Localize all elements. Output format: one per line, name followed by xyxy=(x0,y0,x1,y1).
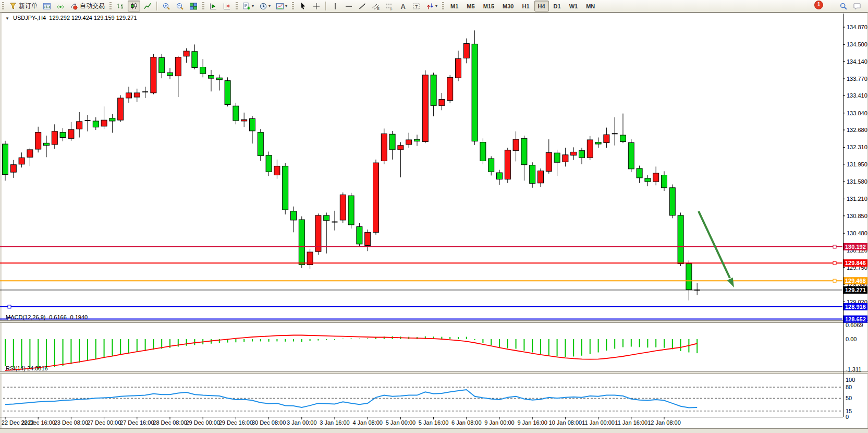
autotrading-label: 自动交易 xyxy=(80,2,105,10)
price-tick-label: 133.770 xyxy=(847,76,867,82)
line-handle[interactable] xyxy=(833,279,836,282)
time-tick-label: 11 Jan 16:00 xyxy=(615,419,647,426)
timeframe-h4-button[interactable]: H4 xyxy=(534,1,549,11)
candle xyxy=(184,51,189,56)
chart-shift-icon xyxy=(223,2,231,10)
candle xyxy=(44,143,50,146)
periods-button[interactable]: ▾ xyxy=(257,1,273,11)
candle xyxy=(431,75,436,106)
crosshair-button[interactable] xyxy=(310,1,323,11)
chart-canvas[interactable]: 134.870134.500134.140133.770133.410133.0… xyxy=(0,13,868,433)
dropdown-caret-icon[interactable]: ▾ xyxy=(268,4,271,8)
timeframe-m30-button[interactable]: M30 xyxy=(499,1,517,11)
autotrading-icon xyxy=(70,2,78,10)
candle xyxy=(192,52,198,68)
candle xyxy=(258,133,263,156)
dropdown-caret-icon[interactable]: ▾ xyxy=(285,4,287,8)
time-tick-label: 12 Jan 08:00 xyxy=(647,419,681,426)
bar-chart-button[interactable] xyxy=(114,1,127,11)
charts-window-button[interactable] xyxy=(41,1,53,11)
time-tick-label: 5 Jan 16:00 xyxy=(419,419,449,426)
line-chart-button[interactable] xyxy=(141,1,154,11)
price-badge-label: 128.652 xyxy=(845,316,866,322)
fibonacci-button[interactable]: F xyxy=(383,1,396,11)
zoom-in-button[interactable] xyxy=(160,1,173,11)
candle xyxy=(250,119,255,131)
bar-chart-icon xyxy=(116,2,125,10)
timeframe-m5-button[interactable]: M5 xyxy=(463,1,478,11)
indicators-button[interactable]: ▾ xyxy=(240,1,256,11)
comments-button[interactable] xyxy=(851,1,863,11)
candle xyxy=(175,57,181,76)
chevron-down-icon[interactable]: ▼ xyxy=(5,16,9,21)
zoom-out-button[interactable] xyxy=(174,1,186,11)
line-handle[interactable] xyxy=(833,261,836,264)
candle xyxy=(266,155,272,172)
chart-symbol-period: USDJPY-,H4 xyxy=(13,15,46,21)
candle xyxy=(669,188,675,215)
candle xyxy=(340,195,346,220)
equidistant-channel-button[interactable]: E xyxy=(370,1,382,11)
text-button[interactable]: A xyxy=(397,1,409,11)
candle xyxy=(645,178,651,182)
candle xyxy=(538,171,544,183)
candle xyxy=(365,232,371,245)
line-handle[interactable] xyxy=(833,245,836,248)
price-tick-label: 131.950 xyxy=(847,161,867,167)
vertical-line-button[interactable] xyxy=(329,1,341,11)
candle xyxy=(52,131,57,145)
dropdown-caret-icon[interactable]: ▾ xyxy=(252,4,254,8)
time-tick-label: 11 Jan 00:00 xyxy=(582,419,615,426)
arrows-button[interactable]: ▾ xyxy=(424,1,439,11)
candle xyxy=(216,78,222,80)
timeframe-w1-button[interactable]: W1 xyxy=(566,1,582,11)
candle xyxy=(291,211,297,220)
timeframe-h1-button[interactable]: H1 xyxy=(518,1,533,11)
notification-badge[interactable]: 1 xyxy=(814,1,823,9)
timeframe-d1-button[interactable]: D1 xyxy=(550,1,565,11)
toolbar-grip xyxy=(2,2,4,10)
timeframe-m15-button[interactable]: M15 xyxy=(480,1,498,11)
candle xyxy=(398,146,404,150)
cursor-button[interactable] xyxy=(297,1,309,11)
price-tick-label: 133.040 xyxy=(847,110,867,116)
line-handle[interactable] xyxy=(8,305,11,308)
text-label-button[interactable]: T xyxy=(410,1,423,11)
chart-title[interactable]: ▼ USDJPY-,H4 129.292 129.424 129.159 129… xyxy=(5,15,137,21)
candle xyxy=(324,215,329,221)
candle xyxy=(241,119,247,121)
timeframe-m1-button[interactable]: M1 xyxy=(447,1,462,11)
new-order-button[interactable]: 新订单 xyxy=(7,1,40,11)
candle xyxy=(414,139,420,141)
price-badge-label: 130.192 xyxy=(845,244,866,250)
candle xyxy=(653,173,659,182)
price-tick-label: 134.140 xyxy=(847,58,867,65)
time-tick-label: 22 Dec 16:00 xyxy=(21,419,55,426)
auto-scroll-button[interactable] xyxy=(207,1,219,11)
price-tick-label: 134.500 xyxy=(847,41,867,47)
candle xyxy=(381,134,387,161)
candle xyxy=(497,173,503,179)
trendline-button[interactable] xyxy=(356,1,369,11)
tile-windows-button[interactable] xyxy=(187,1,200,11)
macd-indicator-label: MACD(12,26,9) -0.6166 -0.1940 xyxy=(6,314,88,320)
price-badge-label: 129.468 xyxy=(845,278,866,284)
indicators-icon xyxy=(242,2,251,10)
templates-icon xyxy=(276,2,284,10)
price-badge-label: 129.846 xyxy=(845,260,866,266)
signals-button[interactable] xyxy=(54,1,67,11)
signals-icon xyxy=(56,2,65,10)
dropdown-caret-icon[interactable]: ▾ xyxy=(435,4,437,8)
candle xyxy=(662,175,667,188)
templates-button[interactable]: ▾ xyxy=(274,1,289,11)
chart-shift-button[interactable] xyxy=(221,1,233,11)
autotrading-button[interactable]: 自动交易 xyxy=(68,1,107,11)
timeframe-mn-button[interactable]: MN xyxy=(582,1,598,11)
candle xyxy=(60,133,66,138)
candle xyxy=(488,159,494,172)
text-icon: A xyxy=(399,2,407,10)
search-button[interactable] xyxy=(837,1,850,11)
chart-window: ▼ USDJPY-,H4 129.292 129.424 129.159 129… xyxy=(0,13,868,433)
horizontal-line-button[interactable] xyxy=(343,1,355,11)
candlestick-chart-button[interactable] xyxy=(128,1,140,11)
